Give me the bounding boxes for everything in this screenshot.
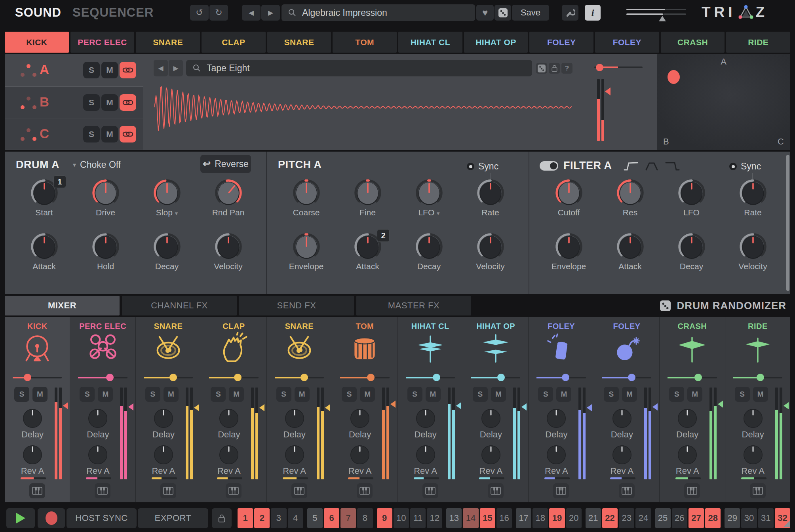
channel-reverb-knob[interactable]	[612, 445, 632, 467]
pitch-sync-toggle[interactable]: Sync	[467, 161, 498, 172]
knob-drive[interactable]: Drive	[75, 176, 136, 229]
knob-envelope[interactable]: Envelope	[276, 230, 337, 283]
slider-pointer[interactable]	[659, 16, 666, 21]
slider-handle[interactable]	[24, 374, 31, 381]
channel-solo-button[interactable]: S	[604, 387, 619, 402]
knob-rnd-pan[interactable]: Rnd Pan	[198, 176, 259, 229]
sample-help-button[interactable]: ?	[561, 63, 572, 74]
meter-marker[interactable]	[605, 87, 611, 95]
info-button[interactable]: i	[585, 5, 601, 21]
channel-delay-knob[interactable]	[612, 408, 632, 430]
channel-mute-button[interactable]: M	[360, 387, 375, 402]
channel-solo-button[interactable]: S	[407, 387, 422, 402]
channel-reverb-knob[interactable]	[284, 445, 305, 467]
slider-handle[interactable]	[367, 374, 375, 381]
step-24[interactable]: 24	[635, 508, 651, 528]
step-21[interactable]: 21	[586, 508, 601, 528]
step-28[interactable]: 28	[705, 508, 721, 528]
channel-delay-knob[interactable]	[415, 408, 436, 430]
channel-reverb-knob[interactable]	[350, 445, 370, 467]
xy-pad-handle[interactable]	[668, 70, 680, 84]
slider-handle[interactable]	[497, 374, 505, 381]
channel-reverb-knob[interactable]	[546, 445, 567, 467]
track-tab-ride-11[interactable]: RIDE	[726, 32, 790, 53]
channel-keyboard-button[interactable]	[750, 483, 766, 498]
channel-reverb-knob[interactable]	[415, 445, 436, 467]
channel-reverb-knob[interactable]	[743, 445, 763, 467]
step-25[interactable]: 25	[655, 508, 671, 528]
knob-coarse[interactable]: Coarse	[276, 176, 337, 229]
track-tab-perc-elec-1[interactable]: PERC ELEC	[70, 32, 135, 53]
channel-keyboard-button[interactable]	[357, 483, 373, 498]
slider-handle[interactable]	[301, 374, 308, 381]
channel-solo-button[interactable]: S	[538, 387, 553, 402]
slider-handle[interactable]	[562, 374, 569, 381]
sample-prev-button[interactable]: ◀	[154, 60, 168, 76]
tab-mixer[interactable]: MIXER	[5, 296, 120, 315]
knob-lfo[interactable]: LFO ▾	[398, 176, 460, 229]
sample-lock-button[interactable]	[549, 63, 560, 74]
channel-solo-button[interactable]: S	[145, 387, 160, 402]
filter-sync-toggle[interactable]: Sync	[729, 161, 761, 172]
channel-volume-slider[interactable]	[144, 374, 193, 381]
channel-delay-knob[interactable]	[87, 408, 108, 430]
channel-delay-knob[interactable]	[743, 408, 763, 430]
channel-reverb-knob[interactable]	[22, 445, 43, 467]
channel-volume-slider[interactable]	[471, 374, 520, 381]
meter-marker[interactable]	[63, 402, 68, 409]
channel-volume-slider[interactable]	[209, 374, 258, 381]
mixer-strip-snare-2[interactable]: SNARE S M Delay Rev A	[136, 317, 201, 502]
play-button[interactable]	[6, 508, 35, 528]
knob-cutoff[interactable]: Cutoff	[538, 176, 599, 229]
meter-marker[interactable]	[325, 404, 330, 411]
mixer-strip-foley-9[interactable]: FOLEY S M Delay Rev A	[594, 317, 660, 502]
channel-reverb-knob[interactable]	[677, 445, 698, 467]
slider-handle[interactable]	[596, 64, 603, 71]
transport-lock-button[interactable]	[212, 508, 232, 528]
channel-reverb-knob[interactable]	[481, 445, 501, 467]
knob-lfo[interactable]: LFO	[661, 176, 722, 229]
track-tab-hihat-op-7[interactable]: HIHAT OP	[464, 32, 528, 53]
step-13[interactable]: 13	[446, 508, 462, 528]
channel-volume-slider[interactable]	[13, 374, 62, 381]
step-15[interactable]: 15	[480, 508, 495, 528]
choke-dropdown[interactable]: ▾Choke Off	[73, 160, 121, 170]
channel-delay-knob[interactable]	[546, 408, 567, 430]
channel-mute-button[interactable]: M	[556, 387, 571, 402]
step-7[interactable]: 7	[340, 508, 356, 528]
step-3[interactable]: 3	[271, 508, 286, 528]
channel-keyboard-button[interactable]	[226, 483, 242, 498]
channel-delay-knob[interactable]	[219, 408, 239, 430]
channel-volume-slider[interactable]	[275, 374, 324, 381]
channel-volume-slider[interactable]	[602, 374, 651, 381]
knob-decay[interactable]: Decay	[661, 230, 722, 283]
channel-mute-button[interactable]: M	[32, 387, 48, 402]
step-30[interactable]: 30	[741, 508, 757, 528]
slider-handle[interactable]	[628, 374, 635, 381]
track-tab-foley-9[interactable]: FOLEY	[595, 32, 659, 53]
channel-reverb-knob[interactable]	[219, 445, 239, 467]
knob-decay[interactable]: Decay	[136, 230, 198, 283]
reverse-button[interactable]: ↩Reverse	[200, 155, 251, 173]
layer-B-mute-button[interactable]: M	[101, 94, 118, 111]
channel-solo-button[interactable]: S	[735, 387, 750, 402]
knob-slop[interactable]: Slop ▾	[136, 176, 198, 229]
step-14[interactable]: 14	[463, 508, 478, 528]
bandpass-icon[interactable]	[644, 161, 660, 171]
slider-handle[interactable]	[757, 374, 764, 381]
layer-row-B[interactable]: B S M	[5, 86, 143, 118]
channel-volume-slider[interactable]	[733, 374, 782, 381]
channel-delay-knob[interactable]	[284, 408, 305, 430]
channel-mute-button[interactable]: M	[229, 387, 244, 402]
meter-marker[interactable]	[587, 404, 592, 411]
knob-res[interactable]: Res	[599, 176, 661, 229]
save-button[interactable]: Save	[512, 5, 549, 21]
slider-handle[interactable]	[106, 374, 114, 381]
filter-enable-toggle[interactable]	[540, 161, 558, 171]
meter-marker[interactable]	[128, 403, 133, 410]
meter-marker[interactable]	[718, 401, 723, 408]
highpass-icon[interactable]	[623, 161, 639, 171]
layer-row-A[interactable]: A S M	[5, 54, 143, 86]
step-19[interactable]: 19	[549, 508, 565, 528]
mixer-strip-perc-elec-1[interactable]: PERC ELEC S M Delay Rev A	[70, 317, 135, 502]
